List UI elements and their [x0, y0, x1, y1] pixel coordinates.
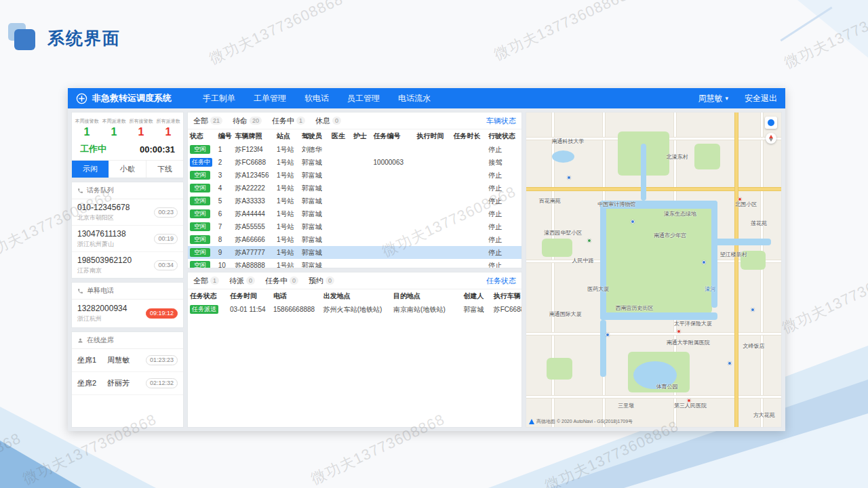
table-row[interactable]: 空闲10苏A888881号站郭富城停止 [188, 259, 521, 268]
cell [415, 143, 452, 156]
cell: 郭富城 [300, 246, 330, 259]
cell: 10000063 [372, 156, 415, 169]
poi-icon[interactable] [751, 308, 755, 312]
status-cell: 空闲 [188, 195, 216, 207]
poi-icon[interactable] [631, 220, 635, 224]
poi-icon[interactable] [728, 361, 732, 365]
status-cell: 空闲 [188, 169, 216, 182]
call-queue-item[interactable]: 13047611138浙江杭州萧山00:19 [72, 226, 183, 252]
nav-item[interactable]: 工单管理 [254, 93, 286, 104]
tab-label: 任务中 [272, 116, 294, 126]
cell: 停止 [486, 182, 521, 195]
poi-icon[interactable] [567, 176, 571, 180]
map-layer-button[interactable] [765, 117, 777, 129]
nav-item[interactable]: 电话流水 [398, 93, 431, 104]
nav-item[interactable]: 手工制单 [203, 93, 235, 104]
cell [330, 246, 351, 259]
cell: 1号站 [275, 156, 300, 169]
table-row[interactable]: 空闲1苏F123f41号站刘德华停止 [188, 143, 521, 156]
map-main-road [735, 113, 738, 427]
tab[interactable]: 全部21 [193, 116, 222, 126]
table-row[interactable]: 空闲5苏A333331号站郭富城停止 [188, 195, 521, 207]
state-button[interactable]: 小歇 [109, 161, 146, 178]
user-menu[interactable]: 周慧敏 ▾ [698, 93, 728, 104]
agent-row[interactable]: 坐席2舒丽芳02:12:32 [72, 372, 183, 395]
cell: 1号站 [275, 207, 300, 220]
table-row[interactable]: 任务派送03-01 11:5415866668888苏州火车站(地铁站)南京南站… [188, 303, 521, 316]
poi-icon[interactable] [606, 333, 610, 337]
vehicle-status-link[interactable]: 车辆状态 [486, 116, 516, 126]
tab[interactable]: 任务中0 [265, 276, 298, 286]
map-attribution: 高德地图 © 2020 AutoNavi - GS(2018)1709号 [529, 418, 633, 425]
status-cell: 空闲 [188, 143, 216, 156]
map-view[interactable]: 南通科技大学北濠东村百花南苑中国审计博物馆濠东生态绿地北国小区莲花苑濠西园华墅小… [526, 112, 782, 428]
cell: 郭富城 [300, 259, 330, 268]
cell [351, 246, 372, 259]
cell [415, 207, 452, 220]
status-cell: 任务派送 [188, 303, 228, 316]
app-title: 非急救转运调度系统 [92, 92, 172, 104]
task-status-link[interactable]: 任务状态 [486, 276, 516, 286]
cell: 接驾 [486, 156, 521, 169]
status-badge: 任务中 [190, 158, 212, 167]
tab[interactable]: 待命20 [233, 116, 262, 126]
state-buttons: 示闲小歇下线 [72, 160, 183, 178]
map-label: 濠东生态绿地 [664, 210, 696, 218]
call-queue-item[interactable]: 198503962120江苏南京00:34 [72, 252, 183, 278]
map-label: 文峰饭店 [743, 342, 765, 350]
app-header: 非急救转运调度系统 手工制单工单管理软电话员工管理电话流水 周慧敏 ▾ 安全退出 [68, 88, 785, 108]
table-row[interactable]: 空闲6苏A444441号站郭富城停止 [188, 207, 521, 220]
tab[interactable]: 休息0 [315, 116, 341, 126]
call-queue-list: 010-12345678北京市朝阳区00:2313047611138浙江杭州萧山… [72, 199, 183, 278]
table-row[interactable]: 空闲9苏A777771号站郭富城停止 [188, 246, 521, 259]
tab-count: 0 [332, 117, 341, 125]
tab[interactable]: 预约0 [309, 276, 334, 286]
poi-icon[interactable] [587, 239, 591, 243]
cell [330, 156, 351, 169]
map-park [547, 358, 572, 380]
table-row[interactable]: 任务中2苏FC66881号站郭富城10000063接驾 [188, 156, 521, 169]
header-right: 周慧敏 ▾ 安全退出 [698, 93, 777, 104]
cell: 郭富城 [300, 156, 330, 169]
nav-item[interactable]: 软电话 [304, 93, 329, 104]
table-row[interactable]: 空闲4苏A222221号站郭富城停止 [188, 182, 521, 195]
call-queue-title: 话务队列 [87, 186, 114, 195]
map-river [641, 144, 646, 201]
task-tabs: 全部1待派0任务中0预约0 [193, 276, 334, 286]
table-row[interactable]: 空闲7苏A555551号站郭富城停止 [188, 220, 521, 233]
tab[interactable]: 待派0 [229, 276, 255, 286]
cell [415, 233, 452, 246]
state-button[interactable]: 下线 [146, 161, 183, 178]
call-queue-item[interactable]: 010-12345678北京市朝阳区00:23 [72, 199, 183, 226]
column-header: 电话 [271, 289, 321, 303]
table-row[interactable]: 空闲3苏A1234561号站郭富城停止 [188, 169, 521, 182]
hospital-poi-icon[interactable] [677, 329, 681, 333]
table-row[interactable]: 空闲8苏A666661号站郭富城停止 [188, 233, 521, 246]
agent-name: 周慧敏 [107, 355, 146, 365]
cell [330, 220, 351, 233]
cell: 停止 [486, 220, 521, 233]
stat-value: 1 [127, 126, 155, 138]
cell: 郭富城 [300, 182, 330, 195]
work-status-row: 工作中 00:00:31 [72, 140, 183, 160]
state-button[interactable]: 示闲 [72, 161, 109, 178]
tab-count: 20 [250, 117, 262, 125]
compass-icon[interactable] [766, 133, 776, 144]
tab-count: 0 [326, 277, 334, 285]
call-number: 010-12345678 [77, 203, 130, 212]
logout-button[interactable]: 安全退出 [745, 93, 777, 104]
stat-cell: 本周接警数1 [73, 117, 100, 138]
status-cell: 空闲 [188, 220, 216, 233]
call-duration-badge: 00:23 [154, 207, 178, 218]
cell: 苏F123f4 [233, 143, 275, 156]
status-cell: 空闲 [188, 233, 216, 246]
agent-row[interactable]: 坐席1周慧敏01:23:23 [72, 349, 183, 372]
status-cell: 空闲 [188, 182, 216, 195]
tab[interactable]: 全部1 [193, 276, 219, 286]
active-call-item[interactable]: 13282000934 浙江杭州 09:19:12 [72, 300, 183, 327]
map-river [600, 320, 606, 377]
nav-item[interactable]: 员工管理 [347, 93, 380, 104]
tab[interactable]: 任务中1 [272, 116, 305, 126]
agents-list: 坐席1周慧敏01:23:23坐席2舒丽芳02:12:32 [72, 349, 183, 395]
stat-value: 1 [155, 126, 182, 138]
